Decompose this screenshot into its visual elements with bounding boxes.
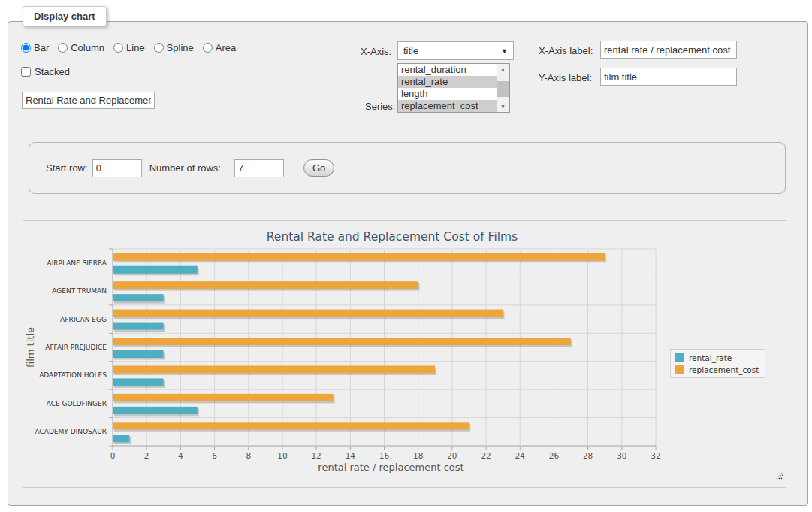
- bar-rental_rate[interactable]: [113, 378, 164, 386]
- chart-type-radio[interactable]: [154, 43, 164, 53]
- bar-replacement_cost[interactable]: [113, 338, 571, 345]
- x-tick-label: 12: [311, 451, 321, 460]
- chart-title-input[interactable]: [22, 92, 155, 109]
- chart-type-label: Line: [126, 42, 145, 53]
- stacked-checkbox[interactable]: [21, 67, 31, 77]
- y-axis-label-input[interactable]: [600, 68, 737, 86]
- chart-type-radio[interactable]: [21, 43, 31, 53]
- bar-replacement_cost[interactable]: [113, 394, 333, 401]
- start-row-label: Start row:: [46, 162, 88, 174]
- series-listbox[interactable]: rental_durationrental_ratelengthreplacem…: [397, 63, 510, 113]
- x-axis-title: rental rate / replacement cost: [318, 462, 463, 473]
- chart-type-label: Column: [71, 42, 104, 53]
- x-tick-label: 10: [277, 451, 287, 460]
- category-label: AIRPLANE SIERRA: [47, 259, 107, 267]
- chart-type-radio-group: BarColumnLineSplineArea: [21, 42, 236, 53]
- legend-label: rental_rate: [689, 353, 732, 362]
- bar-rental_rate[interactable]: [113, 407, 198, 414]
- listbox-scrollbar[interactable]: ▲ ▼: [497, 64, 509, 112]
- chart-type-radio[interactable]: [113, 43, 123, 53]
- x-tick-label: 20: [447, 451, 457, 460]
- legend-item-rental_rate[interactable]: rental_rate: [675, 353, 759, 362]
- fieldset-legend-title: Display chart: [23, 6, 107, 26]
- series-option[interactable]: rental_rate: [398, 76, 497, 88]
- bar-rental_rate[interactable]: [113, 350, 164, 358]
- category-label: AFFAIR PREJUDICE: [45, 344, 107, 351]
- bar-replacement_cost[interactable]: [113, 281, 418, 289]
- x-axis-selected-value: title: [403, 45, 418, 56]
- legend-item-replacement_cost[interactable]: replacement_cost: [675, 365, 759, 374]
- bar-replacement_cost[interactable]: [113, 310, 503, 317]
- category-label: ADAPTATION HOLES: [39, 371, 107, 379]
- row-range-panel: Start row: Number of rows: Go: [29, 142, 786, 194]
- x-tick-label: 14: [346, 451, 356, 460]
- x-tick-label: 28: [583, 451, 593, 460]
- series-options: rental_durationrental_ratelengthreplacem…: [398, 64, 497, 112]
- category-label: ACE GOLDFINGER: [47, 400, 107, 407]
- stacked-option: Stacked: [21, 66, 70, 77]
- x-axis-label-input[interactable]: [600, 41, 737, 59]
- chart-type-radio[interactable]: [58, 43, 68, 53]
- bar-replacement_cost[interactable]: [113, 422, 469, 429]
- series-option[interactable]: replacement_cost: [398, 100, 497, 112]
- bar-rental_rate[interactable]: [113, 266, 198, 274]
- series-option[interactable]: length: [398, 88, 497, 100]
- x-axis-select-label: X-Axis:: [361, 46, 391, 57]
- bar-replacement_cost[interactable]: [113, 365, 435, 373]
- category-label: ACADEMY DINOSAUR: [35, 428, 107, 435]
- x-tick-label: 26: [549, 451, 560, 460]
- series-listbox-label: Series:: [365, 101, 395, 112]
- x-axis-select[interactable]: title ▼: [397, 41, 514, 60]
- chevron-down-icon: ▼: [501, 47, 508, 55]
- series-option[interactable]: rental_duration: [398, 64, 497, 76]
- x-tick-label: 2: [144, 451, 149, 460]
- resize-grip-icon[interactable]: [775, 471, 783, 480]
- legend-swatch-icon: [675, 365, 684, 374]
- legend-label: replacement_cost: [689, 365, 759, 374]
- chart-type-option-bar[interactable]: Bar: [21, 42, 49, 53]
- x-tick-label: 22: [481, 451, 491, 460]
- y-axis-label-field-label: Y-Axis label:: [539, 72, 592, 83]
- x-axis-label-field-label: X-Axis label:: [539, 45, 593, 56]
- chart-type-option-area[interactable]: Area: [203, 42, 236, 53]
- chart-type-option-line[interactable]: Line: [113, 42, 145, 53]
- chart-legend: rental_ratereplacement_cost: [670, 349, 765, 378]
- chart-type-label: Spline: [167, 42, 194, 53]
- stacked-label: Stacked: [35, 66, 70, 77]
- bar-replacement_cost[interactable]: [113, 253, 605, 261]
- category-label: AGENT TRUMAN: [52, 287, 107, 295]
- number-of-rows-input[interactable]: [234, 159, 284, 177]
- number-of-rows-label: Number of rows:: [149, 162, 221, 174]
- x-tick-label: 24: [515, 451, 526, 460]
- x-tick-label: 30: [617, 451, 626, 460]
- chart-type-radio[interactable]: [203, 43, 213, 53]
- scroll-up-icon[interactable]: ▲: [497, 64, 509, 75]
- x-tick-label: 0: [110, 451, 116, 460]
- category-label: AFRICAN EGG: [60, 316, 107, 323]
- bar-rental_rate[interactable]: [113, 435, 129, 442]
- x-tick-label: 16: [379, 451, 390, 460]
- x-tick-label: 4: [178, 451, 183, 460]
- bar-rental_rate[interactable]: [113, 323, 164, 330]
- x-tick-label: 6: [212, 451, 217, 460]
- chart-type-label: Area: [216, 42, 236, 53]
- start-row-input[interactable]: [92, 159, 142, 177]
- bar-rental_rate[interactable]: [113, 294, 164, 301]
- x-tick-label: 18: [413, 451, 423, 460]
- scrollbar-thumb[interactable]: [497, 81, 509, 97]
- go-button[interactable]: Go: [303, 159, 334, 177]
- chart-type-label: Bar: [34, 42, 49, 53]
- chart-title: Rental Rate and Replacement Cost of Film…: [267, 230, 518, 244]
- chart-type-option-spline[interactable]: Spline: [154, 42, 194, 53]
- chart-type-option-column[interactable]: Column: [58, 42, 104, 53]
- y-axis-title: film title: [25, 327, 36, 368]
- legend-swatch-icon: [675, 353, 684, 362]
- x-tick-label: 8: [246, 451, 251, 460]
- scroll-down-icon[interactable]: ▼: [497, 101, 509, 112]
- chart-container: 02468101214161820222426283032AIRPLANE SI…: [23, 220, 786, 488]
- x-tick-label: 32: [651, 451, 660, 460]
